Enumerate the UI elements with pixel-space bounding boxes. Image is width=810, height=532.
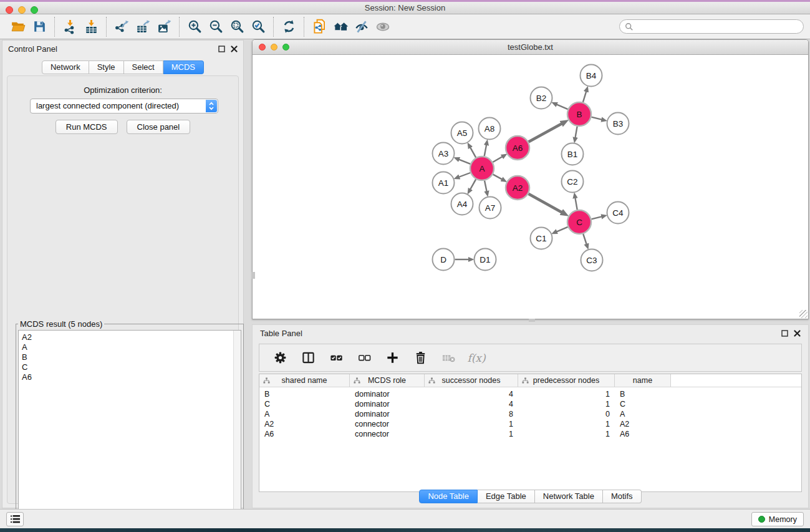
main-toolbar [0,14,810,39]
graph-node-label: B [576,110,582,119]
table-row[interactable]: A6connector11A6 [259,429,801,439]
window-controls[interactable] [6,6,38,14]
graph-edge[interactable] [583,91,587,102]
resize-grip[interactable] [799,310,808,318]
mcds-result-list[interactable]: A2ABCA6 [18,330,241,531]
export-network-icon[interactable] [111,17,132,37]
graph-edge[interactable] [556,104,568,109]
column-header-mcds-role[interactable]: MCDS role [350,374,425,387]
table-cell: 1 [518,429,615,439]
select-all-icon[interactable] [325,349,347,367]
graph-edge[interactable] [583,234,587,244]
graph-edge[interactable] [575,198,577,210]
mcds-result-item[interactable]: A [22,342,241,352]
table-cell: connector [350,419,425,429]
network-window-titlebar[interactable]: testGlobe.txt [253,40,808,55]
tab-edge-table[interactable]: Edge Table [478,490,535,503]
toolbar-separator [54,17,55,37]
zoom-out-icon[interactable] [205,17,226,37]
graph-edge[interactable] [485,181,487,192]
network-window-controls[interactable] [259,44,289,51]
graph-edge[interactable] [470,147,476,158]
zoom-in-icon[interactable] [184,17,205,37]
open-file-icon[interactable] [7,17,29,37]
graph-node-label: A [479,164,485,173]
column-header-name[interactable]: name [615,374,671,387]
memory-button[interactable]: Memory [751,512,804,526]
tab-mcds[interactable]: MCDS [163,60,204,74]
task-history-button[interactable] [6,512,24,526]
graph-node-label: B3 [613,119,624,128]
apply-layout-icon[interactable] [278,17,299,37]
graph-edge[interactable] [493,175,503,180]
table-cell: 4 [425,389,518,399]
settings-gear-icon[interactable] [269,349,291,367]
column-header-shared-name[interactable]: shared name [259,374,350,387]
close-panel-icon[interactable] [794,330,801,337]
table-row[interactable]: Adominator80A [259,409,801,419]
mcds-result-item[interactable]: B [22,352,241,362]
result-scrollbar[interactable] [233,331,241,531]
graph-edge[interactable] [458,173,470,177]
save-session-icon[interactable] [29,17,50,37]
column-header-successor-nodes[interactable]: successor nodes [425,374,518,387]
search-field[interactable] [619,19,804,34]
close-view-button[interactable] [259,44,266,51]
add-column-icon[interactable] [382,349,403,367]
table-row[interactable]: A2connector11A2 [259,419,801,429]
zoom-fit-icon[interactable] [226,17,248,37]
zoom-window-button[interactable] [31,6,38,14]
tab-select[interactable]: Select [124,60,163,74]
float-panel-icon[interactable] [218,46,225,52]
v-scrollbar-thumb[interactable] [252,272,255,279]
table-row[interactable]: Cdominator41C [259,399,801,409]
close-window-button[interactable] [6,6,13,14]
tab-network[interactable]: Network [42,60,89,74]
show-column-icon[interactable] [297,349,319,367]
table-cell: A [615,409,671,419]
column-header-predecessor-nodes[interactable]: predecessor nodes [518,374,615,387]
graph-edge[interactable] [529,194,562,213]
tab-motifs[interactable]: Motifs [603,490,642,503]
close-panel-icon[interactable] [231,46,238,52]
float-panel-icon[interactable] [781,330,788,337]
first-neighbors-icon[interactable] [330,17,351,37]
tab-node-table[interactable]: Node Table [419,490,478,503]
graph-edge[interactable] [556,227,568,232]
table-row[interactable]: Bdominator41B [259,389,801,399]
graph-edge[interactable] [591,216,602,219]
minimize-view-button[interactable] [271,44,277,51]
deselect-all-icon[interactable] [354,349,375,367]
minimize-window-button[interactable] [18,6,26,14]
export-table-icon[interactable] [132,17,153,37]
search-input[interactable] [637,22,798,31]
export-image-icon[interactable] [153,17,175,37]
graph-edge[interactable] [458,159,470,163]
graph-edge[interactable] [591,117,602,120]
zoom-view-button[interactable] [282,44,289,51]
table-cell: B [615,389,671,399]
graph-edge[interactable] [485,145,487,157]
criterion-select[interactable]: largest connected component (directed) [30,99,218,114]
graph-edge[interactable] [470,179,476,190]
network-canvas-svg[interactable]: B4B2BB3A8A5A6A3B1AC2A1A2A4A7C4CC1C3DD1 [253,55,808,319]
tab-network-table[interactable]: Network Table [535,490,603,503]
delete-column-icon[interactable] [410,349,431,367]
h-scrollbar-thumb[interactable] [529,319,535,322]
close-panel-button[interactable]: Close panel [127,120,191,134]
import-table-icon[interactable] [80,17,102,37]
hide-graphics-details-icon[interactable] [351,17,372,37]
mcds-tab-content: Optimization criterion: largest connecte… [7,75,239,504]
graph-edge[interactable] [529,123,562,142]
import-network-icon[interactable] [59,17,80,37]
graph-edge[interactable] [575,127,577,138]
mcds-result-item[interactable]: A6 [22,372,241,382]
tab-style[interactable]: Style [89,60,124,74]
mcds-result-item[interactable]: A2 [22,332,241,342]
mcds-result-item[interactable]: C [22,362,241,372]
clone-network-icon[interactable] [309,17,330,37]
run-mcds-button[interactable]: Run MCDS [55,120,118,134]
zoom-selected-icon[interactable] [248,17,269,37]
graph-node-label: D [440,255,446,264]
graph-edge[interactable] [493,157,503,162]
